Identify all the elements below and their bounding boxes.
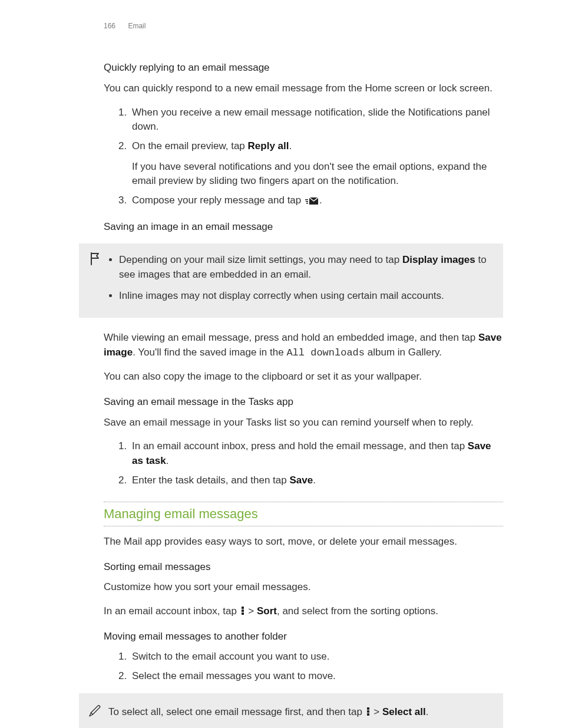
svg-rect-0 [305, 199, 308, 200]
list-item: In an email account inbox, press and hol… [130, 439, 503, 468]
page-content: Quickly replying to an email message You… [104, 61, 503, 728]
save-image-p2: You can also copy the image to the clipb… [104, 370, 503, 384]
tip-bold: Select all [382, 706, 426, 717]
step-text: Select the email messages you want to mo… [132, 670, 336, 681]
list-item: On the email preview, tap Reply all. If … [130, 139, 503, 189]
flag-icon [89, 252, 101, 271]
send-mail-icon [305, 195, 318, 209]
sort-bold: Sort [257, 605, 277, 617]
section-rule: Managing email messages [104, 502, 503, 526]
section-title-managing: Managing email messages [104, 505, 503, 523]
page-number: 166 [104, 22, 115, 30]
step-text-post: . [319, 195, 322, 206]
step-post: . [166, 455, 169, 466]
step-pre: Enter the task details, and then tap [132, 475, 289, 486]
heading-sorting: Sorting email messages [104, 560, 503, 575]
p-pre: While viewing an email message, press an… [104, 332, 478, 343]
sort-mid: > [246, 605, 257, 617]
svg-rect-2 [306, 203, 308, 204]
tip-pre: To select all, select one email message … [108, 706, 365, 717]
list-item: Compose your reply message and tap . [130, 193, 503, 209]
quick-reply-intro: You can quickly respond to a new email m… [104, 81, 503, 96]
step-text: When you receive a new email message not… [132, 107, 490, 133]
note-bullets: Depending on your mail size limit settin… [108, 253, 494, 304]
tip-mid: > [371, 706, 382, 717]
quick-reply-steps: When you receive a new email message not… [104, 106, 503, 209]
kebab-icon [367, 707, 369, 716]
pencil-icon [88, 704, 102, 723]
sort-pre: In an email account inbox, tap [104, 605, 240, 617]
kebab-icon [242, 607, 244, 615]
tip-callout: To select all, select one email message … [79, 693, 503, 728]
sorting-p1: Customize how you sort your email messag… [104, 580, 503, 595]
sort-post: , and select from the sorting options. [277, 605, 438, 617]
moving-steps-a: Switch to the email account you want to … [104, 650, 503, 683]
step-text: Switch to the email account you want to … [132, 651, 329, 662]
heading-save-task: Saving an email message in the Tasks app [104, 395, 503, 410]
list-item: When you receive a new email message not… [130, 106, 503, 134]
step-text-post: . [289, 140, 292, 151]
p-mid: . You'll find the saved image in the [133, 347, 286, 358]
heading-moving: Moving email messages to another folder [104, 630, 503, 644]
save-image-p1: While viewing an email message, press an… [104, 331, 503, 360]
p-post: album in Gallery. [365, 347, 442, 358]
list-item: Enter the task details, and then tap Sav… [130, 473, 503, 488]
list-item: Inline images may not display correctly … [119, 289, 494, 304]
list-item: Switch to the email account you want to … [130, 650, 503, 664]
list-item: Select the email messages you want to mo… [130, 669, 503, 684]
document-page: 166 Email Quickly replying to an email m… [0, 0, 562, 728]
list-item: Depending on your mail size limit settin… [119, 253, 494, 282]
page-header: 166 Email [104, 21, 503, 31]
step-text-pre: On the email preview, tap [132, 140, 248, 151]
tip-body: To select all, select one email message … [104, 705, 494, 720]
step-post: . [313, 475, 316, 486]
heading-quick-reply: Quickly replying to an email message [104, 61, 503, 75]
note-pre: Depending on your mail size limit settin… [119, 254, 402, 265]
heading-save-image: Saving an image in an email message [104, 220, 503, 235]
step-pre: In an email account inbox, press and hol… [132, 440, 468, 452]
step-note: If you have several notifications and yo… [132, 160, 503, 189]
svg-rect-1 [306, 201, 308, 202]
p-mono: All downloads [286, 347, 365, 358]
step-bold: Reply all [248, 140, 289, 151]
note-bold: Display images [402, 254, 475, 265]
tip-post: . [426, 706, 429, 717]
note-callout: Depending on your mail size limit settin… [79, 243, 503, 318]
save-task-steps: In an email account inbox, press and hol… [104, 439, 503, 487]
section-name: Email [128, 22, 146, 30]
save-task-intro: Save an email message in your Tasks list… [104, 416, 503, 430]
step-bold: Save [289, 475, 313, 486]
sorting-p2: In an email account inbox, tap > Sort, a… [104, 604, 503, 619]
note-text: Inline images may not display correctly … [119, 290, 444, 301]
managing-intro: The Mail app provides easy ways to sort,… [104, 535, 503, 549]
step-text-pre: Compose your reply message and tap [132, 195, 304, 206]
